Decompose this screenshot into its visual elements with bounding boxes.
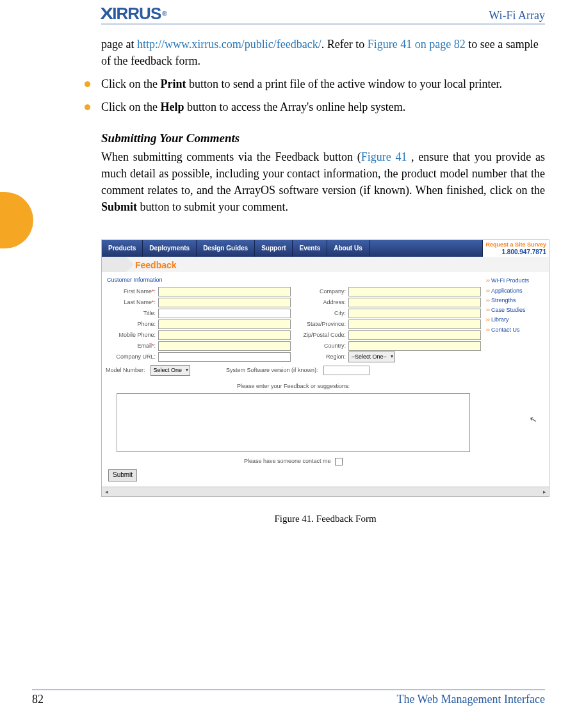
nav-item[interactable]: About Us bbox=[327, 240, 369, 257]
text-input[interactable] bbox=[158, 309, 291, 318]
request-site-survey[interactable]: Request a Site Survey1.800.947.7871 bbox=[482, 240, 549, 257]
nav-item[interactable]: Events bbox=[293, 240, 327, 257]
section-heading: Submitting Your Comments bbox=[101, 129, 545, 147]
intro-paragraph: page at http://www.xirrus.com/public/fee… bbox=[79, 36, 545, 69]
sidebar-link[interactable]: ››Case Studies bbox=[486, 305, 545, 315]
software-version-input[interactable] bbox=[323, 366, 370, 375]
sidebar-link[interactable]: ››Applications bbox=[486, 286, 545, 296]
model-number-label: Model Number: bbox=[106, 366, 145, 375]
text-input[interactable] bbox=[348, 287, 481, 296]
field-label: Company: bbox=[296, 287, 348, 296]
text-input[interactable] bbox=[158, 298, 291, 307]
bullet-icon bbox=[85, 81, 90, 87]
breadcrumb-title: Feedback bbox=[135, 259, 177, 271]
text-input[interactable] bbox=[348, 341, 481, 351]
field-label: City: bbox=[296, 309, 348, 318]
text-input[interactable] bbox=[158, 341, 291, 351]
field-label: Zip/Postal Code: bbox=[296, 331, 348, 339]
feedback-url-link[interactable]: http://www.xirrus.com/public/feedback/ bbox=[137, 38, 321, 51]
figure-ref-link-2[interactable]: Figure 41 bbox=[361, 150, 411, 163]
text-input[interactable] bbox=[348, 309, 481, 318]
nav-item[interactable]: Support bbox=[255, 240, 293, 257]
brand-logo: XIRRUS® bbox=[101, 4, 167, 24]
field-label: Phone: bbox=[106, 320, 158, 328]
contact-me-label: Please have someone contact me bbox=[244, 458, 331, 464]
bullet-item: Click on the Print button to send a prin… bbox=[79, 76, 545, 92]
nav-item[interactable]: Products bbox=[102, 240, 143, 257]
text-input[interactable] bbox=[158, 352, 291, 362]
text-input[interactable] bbox=[348, 320, 481, 329]
figure-screenshot: ProductsDeploymentsDesign GuidesSupportE… bbox=[101, 239, 549, 526]
field-label: Email*: bbox=[106, 342, 158, 350]
text-input[interactable] bbox=[158, 287, 291, 296]
sidebar-link[interactable]: ››Contact Us bbox=[486, 325, 545, 335]
sidebar-link[interactable]: ››Library bbox=[486, 315, 545, 325]
sidebar-link[interactable]: ››Strengths bbox=[486, 296, 545, 305]
submit-button[interactable]: Submit bbox=[108, 469, 137, 481]
model-number-select[interactable]: Select One bbox=[150, 365, 191, 376]
side-tab-decoration bbox=[0, 192, 33, 248]
figure-ref-link[interactable]: Figure 41 on page 82 bbox=[368, 38, 466, 51]
header-title: Wi-Fi Array bbox=[489, 9, 545, 22]
figure-caption: Figure 41. Feedback Form bbox=[101, 512, 549, 526]
nav-item[interactable]: Design Guides bbox=[197, 240, 255, 257]
form-section-label: Customer Information bbox=[107, 276, 481, 284]
region-select[interactable]: –Select One– bbox=[348, 352, 395, 362]
field-label: Mobile Phone: bbox=[106, 331, 158, 339]
horizontal-scrollbar[interactable]: ◂ ▸ bbox=[102, 487, 549, 496]
text-input[interactable] bbox=[348, 298, 481, 307]
text-input[interactable] bbox=[348, 330, 481, 340]
field-label: Country: bbox=[296, 342, 348, 350]
field-label: First Name*: bbox=[106, 287, 158, 296]
field-label: Company URL: bbox=[106, 353, 158, 361]
feedback-textarea-label: Please enter your Feedback or suggestion… bbox=[106, 382, 481, 391]
bullet-item: Click on the Help button to access the A… bbox=[79, 99, 545, 115]
bullet-icon bbox=[85, 104, 90, 110]
nav-item[interactable]: Deployments bbox=[143, 240, 197, 257]
sidebar-link[interactable]: ››Wi-Fi Products bbox=[486, 276, 545, 286]
text-input[interactable] bbox=[158, 320, 291, 329]
scroll-right-icon[interactable]: ▸ bbox=[540, 488, 549, 496]
breadcrumb-arrow bbox=[102, 257, 126, 272]
text-input[interactable] bbox=[158, 330, 291, 340]
region-label: Region: bbox=[296, 353, 348, 361]
page-number: 82 bbox=[32, 693, 44, 706]
contact-me-checkbox[interactable] bbox=[335, 458, 343, 465]
field-label: Last Name*: bbox=[106, 298, 158, 307]
scroll-left-icon[interactable]: ◂ bbox=[102, 488, 111, 496]
body-paragraph: When submitting comments via the Feedbac… bbox=[101, 149, 545, 215]
chapter-title: The Web Management Interface bbox=[396, 693, 545, 706]
software-version-label: System Software version (if known): bbox=[226, 366, 318, 375]
field-label: State/Province: bbox=[296, 320, 348, 328]
field-label: Address: bbox=[296, 298, 348, 307]
field-label: Title: bbox=[106, 309, 158, 318]
feedback-textarea[interactable] bbox=[117, 393, 471, 452]
